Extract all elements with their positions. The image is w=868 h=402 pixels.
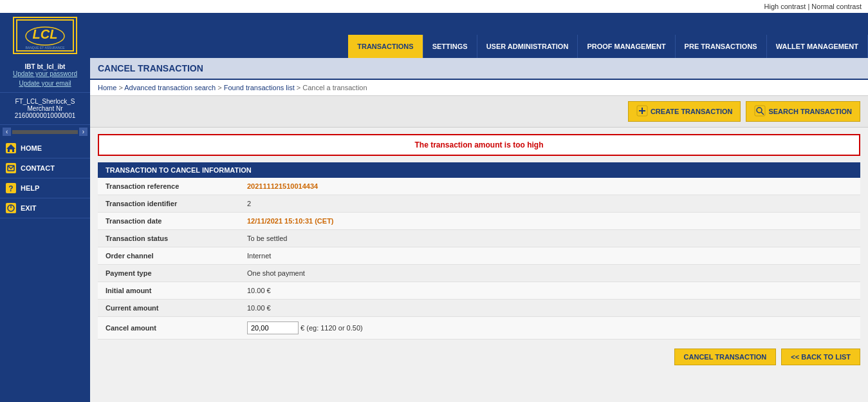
- toolbar: CREATE TRANSACTION SEARCH TRANSACTION: [90, 96, 868, 128]
- field-label: Transaction reference: [98, 178, 239, 195]
- create-transaction-label: CREATE TRANSACTION: [651, 108, 733, 115]
- table-row: Transaction reference202111121510014434: [98, 178, 860, 195]
- svg-text:LCL: LCL: [33, 27, 58, 41]
- contact-icon: [5, 162, 17, 174]
- breadcrumb-list[interactable]: Found transactions list: [224, 84, 295, 91]
- nav-bar: TRANSACTIONSSETTINGSUSER ADMINISTRATIONP…: [90, 35, 868, 58]
- high-contrast-link[interactable]: High contrast: [764, 3, 806, 10]
- table-row: Payment typeOne shot payment: [98, 265, 860, 282]
- transaction-info-table: Transaction reference202111121510014434T…: [98, 178, 860, 340]
- field-label: Order channel: [98, 247, 239, 265]
- normal-contrast-link[interactable]: Normal contrast: [811, 3, 862, 10]
- sidebar-merchant-info: FT_LCL_Sherlock_S Merchant Nr 2160000001…: [0, 93, 90, 125]
- error-message: The transaction amount is too high: [98, 134, 860, 156]
- create-icon: [636, 105, 648, 118]
- svg-text:?: ?: [8, 184, 13, 193]
- field-value: Internet: [239, 247, 860, 265]
- field-label: Initial amount: [98, 282, 239, 300]
- help-icon: ?: [5, 182, 17, 194]
- error-text: The transaction amount is too high: [414, 140, 543, 149]
- breadcrumb-sep2: >: [217, 84, 223, 91]
- page-title-bar: CANCEL TRANSACTION: [90, 58, 868, 80]
- page-title: CANCEL TRANSACTION: [98, 63, 860, 73]
- update-password-link[interactable]: Update your password: [13, 70, 77, 77]
- search-icon: [754, 105, 766, 118]
- sidebar-item-contact[interactable]: CONTACT: [0, 158, 90, 178]
- nav-tabs: TRANSACTIONSSETTINGSUSER ADMINISTRATIONP…: [90, 35, 868, 58]
- table-row: Transaction date12/11/2021 15:10:31 (CET…: [98, 213, 860, 230]
- field-label: Current amount: [98, 300, 239, 317]
- field-label: Cancel amount: [98, 317, 239, 340]
- field-value: 10.00 €: [239, 300, 860, 317]
- sidebar-user-info: IBT bt_lcl_ibt Update your password Upda…: [0, 58, 90, 93]
- back-to-list-label: << BACK TO LIST: [791, 353, 851, 361]
- scroll-right-button[interactable]: ›: [79, 128, 88, 136]
- table-row: Transaction identifier2: [98, 195, 860, 213]
- table-row: Order channelInternet: [98, 247, 860, 265]
- exit-label: EXIT: [21, 204, 36, 212]
- table-row: Current amount10.00 €: [98, 300, 860, 317]
- field-value: One shot payment: [239, 265, 860, 282]
- exit-icon: [5, 202, 17, 214]
- table-row: Initial amount10.00 €: [98, 282, 860, 300]
- sidebar-item-home[interactable]: HOME: [0, 139, 90, 158]
- nav-tab-wallet-management[interactable]: WALLET MANAGEMENT: [767, 35, 868, 58]
- breadcrumb-sep1: >: [118, 84, 124, 91]
- sidebar-item-exit[interactable]: EXIT: [0, 198, 90, 218]
- cancel-amount-hint: € (eg: 1120 or 0.50): [299, 324, 363, 332]
- home-icon: [5, 142, 17, 154]
- search-transaction-button[interactable]: SEARCH TRANSACTION: [746, 101, 860, 122]
- sidebar-item-help[interactable]: ? HELP: [0, 178, 90, 198]
- section-header: TRANSACTION TO CANCEL INFORMATION: [98, 162, 860, 178]
- nav-tab-settings[interactable]: SETTINGS: [423, 35, 477, 58]
- field-label: Payment type: [98, 265, 239, 282]
- breadcrumb: Home > Advanced transaction search > Fou…: [90, 80, 868, 96]
- table-row: Cancel amount € (eg: 1120 or 0.50): [98, 317, 860, 340]
- header-section: IBT bt_lcl_ibt Update your password Upda…: [0, 58, 868, 402]
- nav-tab-transactions[interactable]: TRANSACTIONS: [348, 35, 423, 58]
- cancel-transaction-label: CANCEL TRANSACTION: [684, 353, 767, 361]
- merchant-nr-label: Merchant Nr: [4, 105, 86, 112]
- sidebar-nav: HOME CONTACT ? HELP EXIT: [0, 139, 90, 218]
- field-label: Transaction date: [98, 213, 239, 230]
- logo-box: LCL BANQUE ET ASSURANCE: [13, 17, 77, 54]
- cancel-amount-input[interactable]: [247, 321, 299, 334]
- breadcrumb-sep3: >: [297, 84, 302, 91]
- sidebar-username: IBT bt_lcl_ibt: [4, 63, 86, 70]
- sidebar-scroll: ‹ ›: [0, 125, 90, 139]
- search-transaction-label: SEARCH TRANSACTION: [768, 108, 852, 115]
- logo-container: LCL BANQUE ET ASSURANCE: [0, 13, 90, 58]
- nav-tab-pre-transactions[interactable]: PRE TRANSACTIONS: [676, 35, 767, 58]
- contact-label: CONTACT: [21, 164, 55, 172]
- table-row: Transaction statusTo be settled: [98, 230, 860, 247]
- section-title: TRANSACTION TO CANCEL INFORMATION: [106, 166, 252, 174]
- breadcrumb-current: Cancel a transaction: [302, 84, 367, 91]
- update-email-link[interactable]: Update your email: [19, 80, 71, 87]
- field-value: 12/11/2021 15:10:31 (CET): [239, 213, 860, 230]
- field-value: 202111121510014434: [239, 178, 860, 195]
- nav-tab-proof-management[interactable]: PROOF MANAGEMENT: [578, 35, 675, 58]
- top-bar: High contrast | Normal contrast: [0, 0, 868, 13]
- main-content: CANCEL TRANSACTION Home > Advanced trans…: [90, 58, 868, 402]
- left-sidebar: IBT bt_lcl_ibt Update your password Upda…: [0, 58, 90, 402]
- field-value: 10.00 €: [239, 282, 860, 300]
- breadcrumb-home[interactable]: Home: [98, 84, 116, 91]
- merchant-id: 21600000010000001: [4, 112, 86, 119]
- scroll-left-button[interactable]: ‹: [3, 128, 11, 136]
- action-bar: CANCEL TRANSACTION << BACK TO LIST: [90, 340, 868, 374]
- cancel-transaction-button[interactable]: CANCEL TRANSACTION: [674, 349, 777, 365]
- field-value[interactable]: € (eg: 1120 or 0.50): [239, 317, 860, 340]
- field-label: Transaction status: [98, 230, 239, 247]
- field-label: Transaction identifier: [98, 195, 239, 213]
- svg-text:BANQUE ET ASSURANCE: BANQUE ET ASSURANCE: [25, 46, 65, 50]
- help-label: HELP: [21, 184, 39, 192]
- lcl-logo: LCL BANQUE ET ASSURANCE: [16, 19, 74, 52]
- back-to-list-button[interactable]: << BACK TO LIST: [781, 349, 860, 365]
- field-value: 2: [239, 195, 860, 213]
- nav-tab-user-administration[interactable]: USER ADMINISTRATION: [477, 35, 578, 58]
- home-label: HOME: [21, 144, 42, 152]
- create-transaction-button[interactable]: CREATE TRANSACTION: [628, 101, 741, 122]
- merchant-name: FT_LCL_Sherlock_S: [4, 98, 86, 105]
- field-value: To be settled: [239, 230, 860, 247]
- breadcrumb-search[interactable]: Advanced transaction search: [124, 84, 216, 91]
